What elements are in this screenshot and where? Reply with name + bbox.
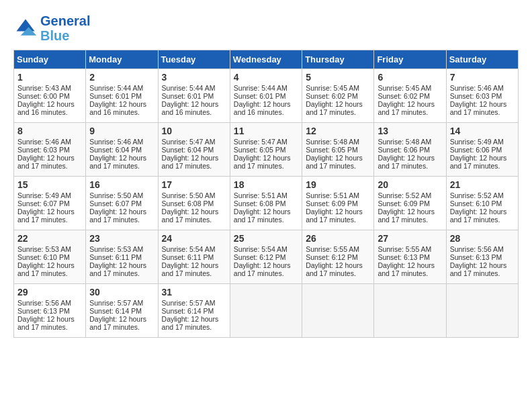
sunrise: Sunrise: 5:53 AM [89, 245, 143, 253]
sunset: Sunset: 6:13 PM [17, 307, 70, 315]
sunrise: Sunrise: 5:52 AM [450, 191, 504, 199]
day-number: 19 [306, 179, 370, 190]
daylight: Daylight: 12 hours and 16 minutes. [17, 100, 75, 116]
calendar-cell: 25Sunrise: 5:54 AMSunset: 6:12 PMDayligh… [230, 230, 302, 284]
day-number: 5 [306, 72, 370, 83]
sunrise: Sunrise: 5:44 AM [162, 84, 216, 92]
sunrise: Sunrise: 5:50 AM [162, 191, 216, 199]
logo-icon [13, 16, 38, 40]
day-number: 7 [450, 72, 515, 83]
header-cell-sunday: Sunday [14, 50, 86, 69]
calendar-cell: 19Sunrise: 5:51 AMSunset: 6:09 PMDayligh… [302, 177, 374, 230]
calendar-cell: 27Sunrise: 5:55 AMSunset: 6:13 PMDayligh… [374, 230, 446, 284]
day-number: 10 [162, 126, 226, 136]
daylight: Daylight: 12 hours and 17 minutes. [162, 208, 219, 224]
calendar-cell: 15Sunrise: 5:49 AMSunset: 6:07 PMDayligh… [14, 177, 86, 230]
day-number: 28 [450, 233, 515, 244]
sunset: Sunset: 6:06 PM [378, 146, 430, 154]
sunrise: Sunrise: 5:46 AM [17, 138, 71, 146]
day-number: 29 [17, 287, 82, 298]
week-row-3: 15Sunrise: 5:49 AMSunset: 6:07 PMDayligh… [14, 177, 519, 230]
calendar-table: SundayMondayTuesdayWednesdayThursdayFrid… [13, 50, 519, 338]
daylight: Daylight: 12 hours and 16 minutes. [234, 100, 291, 116]
sunset: Sunset: 6:08 PM [234, 199, 286, 208]
day-number: 1 [17, 72, 82, 83]
sunrise: Sunrise: 5:48 AM [306, 138, 359, 146]
daylight: Daylight: 12 hours and 17 minutes. [306, 100, 363, 116]
sunset: Sunset: 6:12 PM [234, 253, 286, 261]
day-number: 14 [450, 126, 515, 136]
sunrise: Sunrise: 5:51 AM [234, 191, 287, 199]
sunset: Sunset: 6:10 PM [17, 253, 70, 261]
daylight: Daylight: 12 hours and 17 minutes. [378, 261, 435, 277]
sunset: Sunset: 6:03 PM [17, 146, 70, 154]
daylight: Daylight: 12 hours and 17 minutes. [89, 261, 146, 277]
day-number: 4 [234, 72, 298, 83]
sunset: Sunset: 6:08 PM [162, 199, 214, 208]
calendar-cell: 14Sunrise: 5:49 AMSunset: 6:06 PMDayligh… [446, 123, 518, 177]
day-number: 20 [378, 179, 442, 190]
calendar-cell: 18Sunrise: 5:51 AMSunset: 6:08 PMDayligh… [230, 177, 302, 230]
day-number: 11 [234, 126, 298, 136]
calendar-cell: 21Sunrise: 5:52 AMSunset: 6:10 PMDayligh… [446, 177, 518, 230]
sunset: Sunset: 6:06 PM [450, 146, 502, 154]
daylight: Daylight: 12 hours and 17 minutes. [162, 315, 219, 331]
calendar-cell: 30Sunrise: 5:57 AMSunset: 6:14 PMDayligh… [86, 284, 158, 338]
week-row-2: 8Sunrise: 5:46 AMSunset: 6:03 PMDaylight… [14, 123, 519, 177]
sunset: Sunset: 6:14 PM [89, 307, 142, 315]
sunset: Sunset: 6:12 PM [306, 253, 358, 261]
sunset: Sunset: 6:01 PM [89, 92, 142, 100]
header-cell-monday: Monday [86, 50, 158, 69]
calendar-cell: 10Sunrise: 5:47 AMSunset: 6:04 PMDayligh… [158, 123, 230, 177]
calendar-cell: 23Sunrise: 5:53 AMSunset: 6:11 PMDayligh… [86, 230, 158, 284]
calendar-cell: 22Sunrise: 5:53 AMSunset: 6:10 PMDayligh… [14, 230, 86, 284]
sunrise: Sunrise: 5:53 AM [17, 245, 71, 253]
daylight: Daylight: 12 hours and 17 minutes. [450, 100, 507, 116]
calendar-cell: 4Sunrise: 5:44 AMSunset: 6:01 PMDaylight… [230, 69, 302, 123]
day-number: 2 [89, 72, 154, 83]
sunset: Sunset: 6:02 PM [306, 92, 358, 100]
daylight: Daylight: 12 hours and 17 minutes. [234, 154, 291, 170]
calendar-cell: 2Sunrise: 5:44 AMSunset: 6:01 PMDaylight… [86, 69, 158, 123]
sunset: Sunset: 6:09 PM [306, 199, 358, 208]
daylight: Daylight: 12 hours and 17 minutes. [378, 208, 435, 224]
day-number: 9 [89, 126, 154, 136]
daylight: Daylight: 12 hours and 17 minutes. [17, 208, 75, 224]
header-cell-thursday: Thursday [302, 50, 374, 69]
calendar-cell: 31Sunrise: 5:57 AMSunset: 6:14 PMDayligh… [158, 284, 230, 338]
sunrise: Sunrise: 5:48 AM [378, 138, 431, 146]
sunset: Sunset: 6:13 PM [378, 253, 430, 261]
day-number: 21 [450, 179, 515, 190]
sunset: Sunset: 6:00 PM [17, 92, 70, 100]
sunrise: Sunrise: 5:57 AM [162, 299, 216, 307]
sunrise: Sunrise: 5:56 AM [450, 245, 504, 253]
daylight: Daylight: 12 hours and 17 minutes. [450, 208, 507, 224]
day-number: 15 [17, 179, 82, 190]
calendar-cell: 1Sunrise: 5:43 AMSunset: 6:00 PMDaylight… [14, 69, 86, 123]
sunrise: Sunrise: 5:55 AM [378, 245, 431, 253]
daylight: Daylight: 12 hours and 17 minutes. [378, 154, 435, 170]
calendar-cell [374, 284, 446, 338]
sunset: Sunset: 6:02 PM [378, 92, 430, 100]
header-cell-wednesday: Wednesday [230, 50, 302, 69]
calendar-cell: 6Sunrise: 5:45 AMSunset: 6:02 PMDaylight… [374, 69, 446, 123]
daylight: Daylight: 12 hours and 16 minutes. [89, 100, 146, 116]
daylight: Daylight: 12 hours and 17 minutes. [306, 154, 363, 170]
sunset: Sunset: 6:07 PM [89, 199, 142, 208]
day-number: 3 [162, 72, 226, 83]
week-row-4: 22Sunrise: 5:53 AMSunset: 6:10 PMDayligh… [14, 230, 519, 284]
sunrise: Sunrise: 5:47 AM [162, 138, 216, 146]
day-number: 22 [17, 233, 82, 244]
daylight: Daylight: 12 hours and 17 minutes. [89, 315, 146, 331]
day-number: 8 [17, 126, 82, 136]
sunset: Sunset: 6:14 PM [162, 307, 214, 315]
sunrise: Sunrise: 5:54 AM [234, 245, 287, 253]
sunrise: Sunrise: 5:51 AM [306, 191, 359, 199]
sunrise: Sunrise: 5:49 AM [17, 191, 71, 199]
calendar-cell: 8Sunrise: 5:46 AMSunset: 6:03 PMDaylight… [14, 123, 86, 177]
day-number: 23 [89, 233, 154, 244]
day-number: 13 [378, 126, 442, 136]
calendar-cell: 29Sunrise: 5:56 AMSunset: 6:13 PMDayligh… [14, 284, 86, 338]
daylight: Daylight: 12 hours and 17 minutes. [162, 154, 219, 170]
calendar-cell [446, 284, 518, 338]
